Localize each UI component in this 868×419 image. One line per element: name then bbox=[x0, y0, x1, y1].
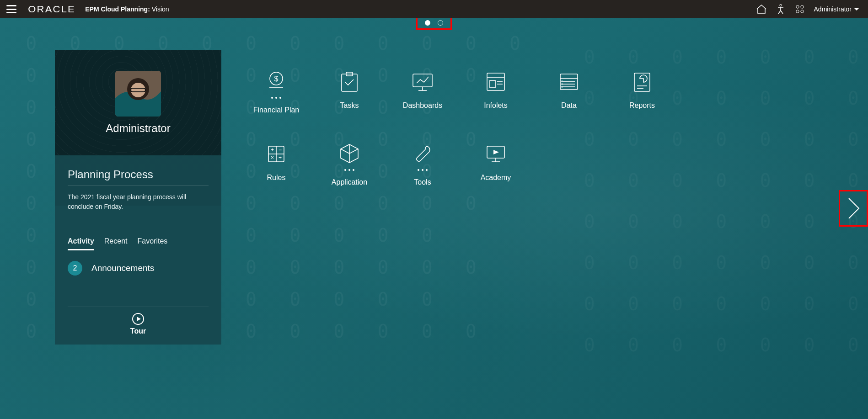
cluster-label: Academy bbox=[481, 174, 511, 182]
activity-row[interactable]: 2 Announcements bbox=[68, 261, 209, 276]
divider bbox=[68, 186, 209, 186]
svg-point-7 bbox=[131, 83, 145, 97]
svg-point-29 bbox=[562, 84, 563, 85]
accessibility-icon[interactable] bbox=[771, 0, 790, 18]
product-name: EPM Cloud Planning: bbox=[85, 5, 150, 13]
carousel-next-button[interactable] bbox=[839, 190, 868, 227]
application-icon bbox=[337, 142, 362, 166]
cluster-dots bbox=[418, 169, 428, 171]
svg-point-1 bbox=[796, 5, 798, 8]
rules-icon: +−×÷ bbox=[264, 142, 289, 166]
app-header: ORACLE EPM Cloud Planning: Vision Admini… bbox=[0, 0, 868, 18]
svg-point-3 bbox=[796, 10, 798, 13]
card-footer: Tour bbox=[68, 307, 209, 335]
svg-point-28 bbox=[562, 81, 563, 82]
svg-text:×: × bbox=[271, 154, 274, 161]
tab-recent[interactable]: Recent bbox=[104, 237, 128, 250]
cluster-label: Reports bbox=[629, 101, 655, 110]
cluster-label: Tasks bbox=[340, 101, 359, 110]
infolets-icon bbox=[483, 69, 508, 94]
apps-grid-icon[interactable] bbox=[790, 0, 809, 18]
svg-point-30 bbox=[562, 86, 563, 87]
cluster-label: Infolets bbox=[484, 101, 508, 110]
cluster-label: Dashboards bbox=[403, 101, 442, 110]
svg-text:−: − bbox=[279, 147, 282, 153]
activity-label: Announcements bbox=[91, 263, 154, 273]
tour-button[interactable]: Tour bbox=[130, 313, 146, 335]
oracle-logo: ORACLE bbox=[28, 4, 75, 15]
svg-point-2 bbox=[800, 5, 803, 8]
cluster-row-1: $ Financial Plan Tasks Dashboards bbox=[240, 69, 850, 114]
user-menu-label: Administrator bbox=[814, 5, 852, 13]
section-title: Planning Process bbox=[68, 168, 209, 181]
pager-dot-1[interactable] bbox=[425, 20, 430, 26]
user-name: Administrator bbox=[106, 122, 170, 135]
svg-rect-23 bbox=[560, 74, 578, 90]
cluster-dashboards[interactable]: Dashboards bbox=[386, 69, 459, 114]
cluster-rules[interactable]: +−×÷ Rules bbox=[240, 142, 313, 186]
svg-rect-13 bbox=[342, 74, 357, 91]
cluster-tasks[interactable]: Tasks bbox=[313, 69, 386, 114]
cluster-grid: $ Financial Plan Tasks Dashboards bbox=[221, 18, 868, 419]
card-tabs: Activity Recent Favorites bbox=[68, 237, 209, 251]
cluster-reports[interactable]: Reports bbox=[605, 69, 679, 114]
cluster-dots bbox=[271, 97, 281, 99]
svg-text:÷: ÷ bbox=[279, 154, 282, 161]
menu-icon[interactable] bbox=[6, 5, 16, 13]
user-menu[interactable]: Administrator bbox=[809, 5, 862, 13]
cluster-label: Financial Plan bbox=[253, 106, 300, 114]
product-title: EPM Cloud Planning: Vision bbox=[85, 5, 169, 13]
cluster-label: Tools bbox=[414, 178, 431, 186]
cluster-financial-plan[interactable]: $ Financial Plan bbox=[240, 69, 313, 114]
svg-rect-20 bbox=[490, 80, 495, 88]
svg-point-0 bbox=[779, 4, 781, 6]
reports-icon bbox=[630, 69, 654, 94]
cluster-label: Rules bbox=[267, 174, 286, 182]
home-icon[interactable] bbox=[752, 0, 771, 18]
financial-plan-icon: $ bbox=[264, 69, 289, 94]
cluster-label: Application bbox=[332, 178, 367, 186]
user-card-top: Administrator bbox=[55, 50, 221, 155]
caret-down-icon bbox=[854, 8, 859, 11]
tasks-icon bbox=[337, 69, 362, 94]
tools-icon bbox=[410, 142, 435, 166]
cluster-application[interactable]: Application bbox=[313, 142, 386, 186]
home-content: Administrator Planning Process The 2021 … bbox=[0, 18, 868, 419]
academy-icon bbox=[483, 142, 508, 166]
tab-favorites[interactable]: Favorites bbox=[138, 237, 168, 250]
cluster-dots bbox=[344, 169, 354, 171]
tour-label: Tour bbox=[130, 327, 146, 335]
pager-dot-2[interactable] bbox=[438, 20, 443, 26]
svg-text:+: + bbox=[271, 147, 274, 153]
cluster-infolets[interactable]: Infolets bbox=[459, 69, 532, 114]
avatar bbox=[115, 71, 161, 117]
cluster-data[interactable]: Data bbox=[532, 69, 605, 114]
cluster-tools[interactable]: Tools bbox=[386, 142, 459, 186]
section-body: The 2021 fiscal year planning process wi… bbox=[68, 192, 209, 212]
svg-point-4 bbox=[800, 10, 803, 13]
cluster-row-2: +−×÷ Rules Application Tools bbox=[240, 142, 850, 186]
dashboards-icon bbox=[410, 69, 435, 94]
tab-activity[interactable]: Activity bbox=[68, 237, 94, 250]
cluster-academy[interactable]: Academy bbox=[459, 142, 532, 186]
user-card-body: Planning Process The 2021 fiscal year pl… bbox=[55, 155, 221, 345]
play-icon bbox=[132, 313, 145, 325]
svg-text:$: $ bbox=[274, 75, 279, 83]
svg-rect-15 bbox=[413, 74, 432, 87]
user-card: Administrator Planning Process The 2021 … bbox=[55, 50, 221, 345]
cluster-label: Data bbox=[561, 101, 577, 110]
activity-count-badge: 2 bbox=[68, 261, 82, 276]
product-subname: Vision bbox=[152, 5, 169, 13]
data-icon bbox=[557, 69, 581, 94]
